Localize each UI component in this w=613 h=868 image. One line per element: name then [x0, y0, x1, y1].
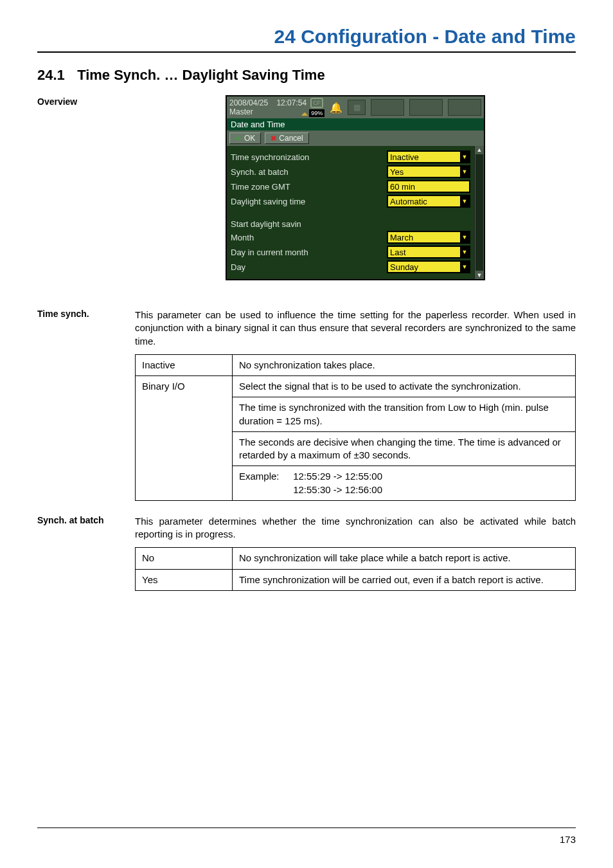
cancel-button[interactable]: ✖ Cancel — [265, 132, 308, 144]
scrollbar[interactable]: ▲ ▼ — [474, 146, 484, 279]
field-synch-batch[interactable]: Yes ▼ — [387, 165, 470, 178]
cell-yes-key: Yes — [136, 569, 233, 590]
table-row: No No synchronization will take place wh… — [136, 548, 576, 569]
field-day-in-month-value: Last — [390, 248, 406, 257]
time-synch-table: Inactive No synchronization takes place.… — [135, 354, 576, 501]
device-datetime: 2008/04/25 12:07:54 Master — [229, 98, 306, 116]
title-rule — [37, 51, 576, 53]
time-synch-intro: This parameter can be used to influence … — [135, 309, 576, 348]
table-row: Binary I/O Select the signal that is to … — [136, 376, 576, 397]
field-timezone-value: 60 min — [390, 182, 415, 192]
chevron-down-icon: ▼ — [460, 152, 469, 162]
ok-button[interactable]: ✔ OK — [229, 132, 261, 144]
chapter-title: 24 Configuration - Date and Time — [37, 26, 576, 48]
field-day-value: Sunday — [390, 262, 418, 272]
device-title-bar: Date and Time — [227, 118, 484, 131]
scroll-up-icon: ▲ — [477, 146, 483, 154]
field-label-start-dst: Start daylight savin — [231, 219, 470, 229]
device-date: 2008/04/25 — [229, 98, 268, 107]
alarm-bell-icon: 🔔 — [330, 102, 342, 114]
cell-binary-val1: Select the signal that is to be used to … — [233, 376, 576, 397]
device-mode-icon[interactable]: ▦ — [348, 100, 366, 115]
field-month-value: March — [390, 233, 413, 242]
device-toolbar: ✔ OK ✖ Cancel — [227, 131, 484, 146]
overview-heading: Overview — [37, 95, 135, 107]
field-label-time-sync: Time synchronization — [231, 152, 387, 162]
field-label-timezone: Time zone GMT — [231, 182, 387, 192]
device-tab-1[interactable] — [371, 99, 404, 116]
cell-inactive-val: No synchronization takes place. — [233, 354, 576, 375]
example-line1: 12:55:29 -> 12:55:00 — [293, 471, 382, 482]
field-label-dst: Daylight saving time — [231, 197, 387, 206]
cell-no-key: No — [136, 548, 233, 569]
field-dst[interactable]: Automatic ▼ — [387, 195, 470, 208]
field-synch-batch-value: Yes — [390, 167, 404, 177]
section-heading-text: Time Synch. … Daylight Saving Time — [77, 67, 325, 83]
field-label-month: Month — [231, 233, 387, 242]
cell-no-val: No synchronization will take place while… — [233, 548, 576, 569]
device-tab-2[interactable] — [409, 99, 443, 116]
field-time-sync[interactable]: Inactive ▼ — [387, 150, 470, 163]
example-line2: 12:55:30 -> 12:56:00 — [293, 484, 382, 495]
device-role: Master — [229, 107, 306, 116]
time-synch-heading: Time synch. — [37, 307, 135, 319]
field-label-synch-batch: Synch. at batch — [231, 167, 387, 177]
cell-binary-val2: The time is synchronized with the transi… — [233, 397, 576, 432]
field-day-in-month[interactable]: Last ▼ — [387, 246, 470, 258]
footer-rule — [37, 827, 576, 828]
cancel-button-label: Cancel — [279, 134, 303, 143]
chevron-down-icon: ▼ — [460, 232, 469, 242]
check-icon: ✔ — [235, 134, 242, 143]
field-dst-value: Automatic — [390, 197, 427, 206]
chevron-down-icon: ▼ — [460, 196, 469, 206]
ok-button-label: OK — [244, 134, 255, 143]
section-number: 24.1 — [37, 67, 73, 84]
chevron-down-icon: ▼ — [460, 262, 469, 272]
device-time: 12:07:54 — [276, 98, 306, 107]
section-title: 24.1 Time Synch. … Daylight Saving Time — [37, 67, 576, 84]
cell-binary-key: Binary I/O — [136, 376, 233, 501]
cell-binary-example: Example: 12:55:29 -> 12:55:00 12:55:30 -… — [233, 466, 576, 501]
cf-card-icon: CF — [310, 98, 323, 108]
synch-batch-table: No No synchronization will take place wh… — [135, 547, 576, 591]
device-tab-3[interactable] — [448, 99, 481, 116]
scroll-down-icon: ▼ — [477, 271, 483, 279]
field-month[interactable]: March ▼ — [387, 231, 470, 244]
page-number: 173 — [560, 834, 576, 845]
example-label: Example: — [239, 470, 290, 483]
cell-binary-val3: The seconds are decisive when changing t… — [233, 431, 576, 466]
field-day[interactable]: Sunday ▼ — [387, 260, 470, 273]
chevron-down-icon: ▼ — [460, 247, 469, 257]
cell-yes-val: Time synchronization will be carried out… — [233, 569, 576, 590]
scroll-thumb[interactable] — [475, 154, 483, 271]
synch-batch-heading: Synch. at batch — [37, 514, 135, 525]
field-time-sync-value: Inactive — [390, 152, 419, 162]
close-icon: ✖ — [271, 134, 276, 143]
device-screenshot: 2008/04/25 12:07:54 Master CF 99% 🔔 ▦ Da… — [226, 95, 485, 280]
table-row: Yes Time synchronization will be carried… — [136, 569, 576, 590]
synch-batch-intro: This parameter determines whether the ti… — [135, 515, 576, 541]
chevron-down-icon: ▼ — [460, 167, 469, 177]
field-label-day: Day — [231, 262, 387, 272]
table-row: Inactive No synchronization takes place. — [136, 354, 576, 375]
field-label-day-in-month: Day in current month — [231, 248, 387, 257]
device-status-bar: 2008/04/25 12:07:54 Master CF 99% 🔔 ▦ — [227, 96, 484, 118]
storage-percent: 99% — [309, 109, 324, 117]
field-timezone[interactable]: 60 min — [387, 180, 470, 193]
cell-inactive-key: Inactive — [136, 354, 233, 375]
